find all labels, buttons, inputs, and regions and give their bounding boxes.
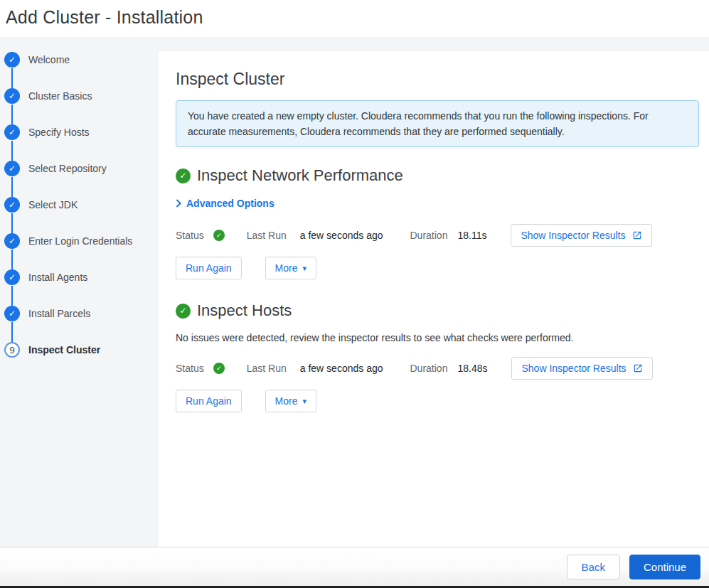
wizard-stepper: ✓ Welcome ✓ Cluster Basics ✓ Specify Hos… <box>0 37 159 547</box>
external-link-icon <box>632 230 642 240</box>
sidebar-step-install-agents: ✓ Install Agents <box>4 269 159 306</box>
success-icon: ✓ <box>176 169 191 183</box>
caret-down-icon: ▾ <box>303 264 307 272</box>
last-run-label: Last Run <box>247 230 287 241</box>
step-check-icon: ✓ <box>4 124 20 140</box>
wizard-footer: Back Continue <box>0 547 709 586</box>
step-label: Select JDK <box>28 197 78 213</box>
last-run-value: a few seconds ago <box>300 363 383 374</box>
run-again-button[interactable]: Run Again <box>176 257 242 279</box>
step-label: Cluster Basics <box>28 88 92 104</box>
step-label: Specify Hosts <box>28 124 90 140</box>
add-cluster-wizard: Add Cluster - Installation ✓ Welcome ✓ C… <box>0 0 709 588</box>
success-icon: ✓ <box>176 304 191 319</box>
section-inspect-hosts: ✓ Inspect Hosts No issues were detected,… <box>176 301 699 412</box>
sidebar-step-select-jdk: ✓ Select JDK <box>4 197 159 233</box>
section-title: Inspect Network Performance <box>197 166 403 185</box>
sidebar-step-specify-hosts: ✓ Specify Hosts <box>4 124 159 161</box>
status-label: Status <box>176 230 204 241</box>
caret-down-icon: ▾ <box>303 397 307 405</box>
inspect-cluster-heading: Inspect Cluster <box>176 70 699 89</box>
status-ok-icon: ✓ <box>213 230 225 241</box>
step-label: Inspect Cluster <box>28 342 100 358</box>
last-run-label: Last Run <box>247 363 287 374</box>
sidebar-step-select-repository: ✓ Select Repository <box>4 161 159 197</box>
section-title: Inspect Hosts <box>197 301 292 320</box>
sidebar-step-enter-login-credentials: ✓ Enter Login Credentials <box>4 233 159 269</box>
section-description: No issues were detected, review the insp… <box>176 332 699 343</box>
external-link-icon <box>633 363 643 373</box>
section-inspect-network-performance: ✓ Inspect Network Performance Advanced O… <box>176 166 699 279</box>
duration-label: Duration <box>410 230 448 241</box>
step-number-badge: 9 <box>4 342 20 358</box>
step-check-icon: ✓ <box>4 52 20 68</box>
sidebar-step-install-parcels: ✓ Install Parcels <box>4 306 159 342</box>
step-check-icon: ✓ <box>4 269 20 285</box>
step-label: Install Agents <box>28 269 87 285</box>
duration-label: Duration <box>410 363 448 374</box>
page-title: Add Cluster - Installation <box>6 7 709 28</box>
step-check-icon: ✓ <box>4 233 20 249</box>
info-banner: You have created a new empty cluster. Cl… <box>176 100 699 147</box>
step-label: Select Repository <box>28 161 107 176</box>
sidebar-step-cluster-basics: ✓ Cluster Basics <box>4 88 159 124</box>
sidebar-step-inspect-cluster: 9 Inspect Cluster <box>4 342 159 378</box>
step-label: Welcome <box>28 52 70 68</box>
more-button[interactable]: More ▾ <box>265 390 316 412</box>
show-inspector-results-button[interactable]: Show Inspector Results <box>511 357 652 380</box>
step-check-icon: ✓ <box>4 161 20 176</box>
sidebar-step-welcome: ✓ Welcome <box>4 52 159 88</box>
status-ok-icon: ✓ <box>213 363 225 374</box>
continue-button[interactable]: Continue <box>629 555 700 579</box>
duration-value: 18.48s <box>457 363 487 374</box>
more-button[interactable]: More ▾ <box>265 257 316 279</box>
show-inspector-results-button[interactable]: Show Inspector Results <box>511 224 651 247</box>
run-again-button[interactable]: Run Again <box>176 390 242 412</box>
status-label: Status <box>176 363 204 374</box>
back-button[interactable]: Back <box>567 555 620 579</box>
step-check-icon: ✓ <box>4 197 20 213</box>
main-panel: Inspect Cluster You have created a new e… <box>159 51 709 547</box>
step-label: Install Parcels <box>28 306 90 321</box>
advanced-options-link[interactable]: Advanced Options <box>176 198 274 209</box>
last-run-value: a few seconds ago <box>300 230 383 241</box>
step-check-icon: ✓ <box>4 88 20 104</box>
step-label: Enter Login Credentials <box>28 233 132 249</box>
step-check-icon: ✓ <box>4 306 20 321</box>
duration-value: 18.11s <box>457 230 486 241</box>
chevron-right-icon <box>176 199 182 208</box>
page-header: Add Cluster - Installation <box>0 0 709 37</box>
